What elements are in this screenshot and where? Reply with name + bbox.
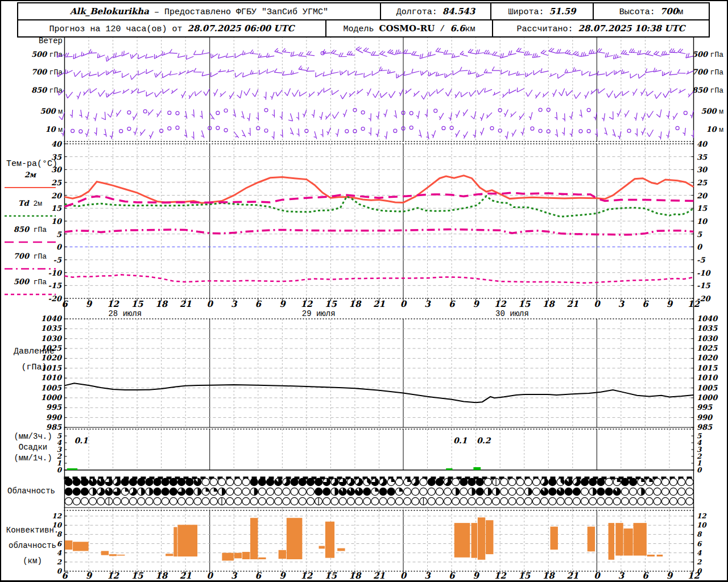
altitude-label: Высота: bbox=[619, 7, 660, 17]
header-row-2: Прогноз на 120 часа(ов) от 28.07.2025 06… bbox=[18, 20, 709, 36]
model-label: Модель bbox=[344, 24, 379, 34]
calc-time: 28.07.2025 10:38 UTC bbox=[578, 23, 685, 34]
forecast-cell: Прогноз на 120 часа(ов) от 28.07.2025 06… bbox=[18, 20, 325, 36]
station-cell: Alk_Belokurikha – Предоставлено ФГБУ "За… bbox=[18, 3, 380, 19]
latitude-label: Широта: bbox=[508, 7, 549, 17]
longitude-label: Долгота: bbox=[396, 7, 442, 17]
altitude-cell: Высота: 700м bbox=[593, 3, 709, 19]
station-name: Alk_Belokurikha bbox=[70, 6, 149, 16]
longitude-value: 84.543 bbox=[442, 6, 475, 16]
header-row-1: Alk_Belokurikha – Предоставлено ФГБУ "За… bbox=[18, 3, 709, 20]
model-cell: Модель COSMO-RU / 6.6км bbox=[325, 20, 492, 36]
header: Alk_Belokurikha – Предоставлено ФГБУ "За… bbox=[17, 2, 710, 38]
latitude-cell: Широта: 51.59 bbox=[490, 3, 593, 19]
altitude-value: 700 bbox=[660, 6, 678, 16]
page-border bbox=[0, 0, 728, 582]
provided-by: – Предоставлено ФГБУ "ЗапСиб УГМС" bbox=[149, 7, 328, 17]
init-time: 28.07.2025 06:00 UTC bbox=[188, 23, 295, 34]
calc-cell: Рассчитано: 28.07.2025 10:38 UTC bbox=[492, 20, 709, 36]
meteogram-page: Alk_Belokurikha – Предоставлено ФГБУ "За… bbox=[0, 0, 728, 582]
latitude-value: 51.59 bbox=[549, 6, 576, 16]
model-resolution-unit: км bbox=[465, 24, 475, 34]
model-name: COSMO-RU bbox=[379, 23, 435, 34]
calc-label: Рассчитано: bbox=[517, 24, 578, 34]
longitude-cell: Долгота: 84.543 bbox=[380, 3, 490, 19]
forecast-label: Прогноз на 120 часа(ов) от bbox=[49, 24, 188, 34]
altitude-unit: м bbox=[678, 7, 683, 17]
model-sep: / bbox=[435, 24, 450, 34]
model-resolution: 6.6 bbox=[450, 23, 465, 34]
